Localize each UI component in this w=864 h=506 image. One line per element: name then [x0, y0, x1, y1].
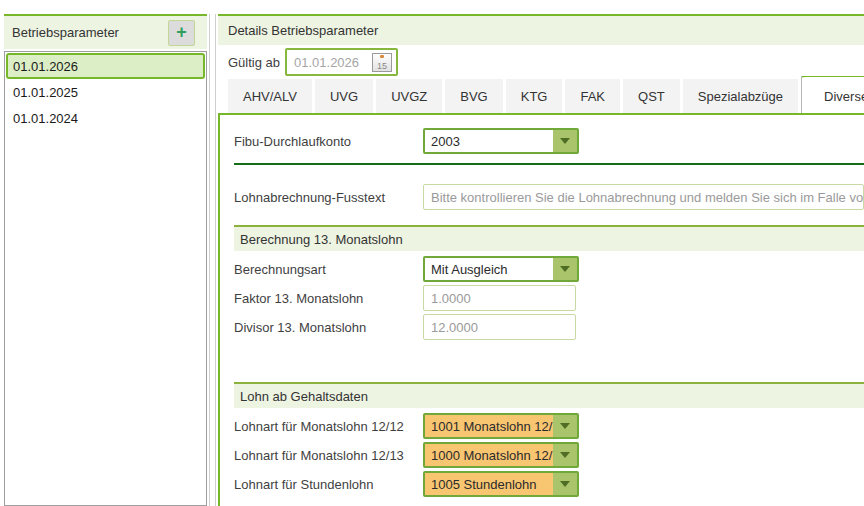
- lohnart-1213-label: Lohnart für Monatslohn 12/13: [234, 448, 423, 463]
- tab-content-diverse: Fibu-Durchlaufkonto 2003 Lohnabrechnung-…: [218, 115, 864, 506]
- divisor-label: Divisor 13. Monatslohn: [234, 320, 423, 335]
- tab-ktg[interactable]: KTG: [506, 79, 563, 113]
- fibu-dropdown[interactable]: 2003: [423, 128, 579, 154]
- parameter-tabs: AHV/ALV UVG UVGZ BVG KTG FAK QST Spezial…: [218, 76, 864, 115]
- lohnart-1212-dropdown[interactable]: 1001 Monatslohn 12/12: [423, 413, 579, 439]
- fibu-row: Fibu-Durchlaufkonto 2003: [234, 128, 864, 154]
- lohnart-1212-row: Lohnart für Monatslohn 12/12 1001 Monats…: [234, 413, 864, 439]
- details-header: Details Betriebsparameter: [218, 16, 864, 45]
- calendar-icon-day: 15: [377, 61, 387, 71]
- faktor-label: Faktor 13. Monatslohn: [234, 291, 423, 306]
- sidebar-title: Betriebsparameter: [12, 25, 168, 40]
- section-header-13-monatslohn: Berechnung 13. Monatslohn: [234, 225, 864, 251]
- fibu-dropdown-button[interactable]: [553, 130, 577, 152]
- valid-from-value: 01.01.2026: [294, 55, 372, 70]
- lohnart-stundenlohn-dropdown[interactable]: 1005 Stundenlohn: [423, 471, 579, 497]
- add-parameter-button[interactable]: +: [168, 20, 195, 46]
- lohnart-1212-label: Lohnart für Monatslohn 12/12: [234, 419, 423, 434]
- berechnungsart-dropdown[interactable]: Mit Ausgleich: [423, 256, 579, 282]
- faktor-row: Faktor 13. Monatslohn 1.0000: [234, 285, 864, 311]
- valid-from-label: Gültig ab: [228, 55, 285, 70]
- lohnart-1213-value: 1000 Monatslohn 12/13: [425, 444, 553, 466]
- lohnart-stundenlohn-label: Lohnart für Stundenlohn: [234, 477, 423, 492]
- lohnart-1212-dropdown-button[interactable]: [553, 415, 577, 437]
- tab-spezialabzuege[interactable]: Spezialabzüge: [683, 79, 798, 113]
- tab-qst[interactable]: QST: [623, 79, 680, 113]
- berechnungsart-value: Mit Ausgleich: [425, 258, 553, 280]
- divisor-input[interactable]: 12.0000: [423, 314, 576, 340]
- sidebar-header: Betriebsparameter +: [4, 16, 207, 49]
- divisor-row: Divisor 13. Monatslohn 12.0000: [234, 314, 864, 340]
- chevron-down-icon: [560, 481, 570, 487]
- horizontal-divider: [234, 163, 864, 165]
- fibu-value: 2003: [425, 130, 553, 152]
- lohnart-1213-dropdown[interactable]: 1000 Monatslohn 12/13: [423, 442, 579, 468]
- details-title: Details Betriebsparameter: [228, 23, 378, 38]
- list-item-2026[interactable]: 01.01.2026: [6, 53, 205, 79]
- panel-splitter[interactable]: [209, 14, 216, 506]
- chevron-down-icon: [560, 138, 570, 144]
- parameter-date-list: 01.01.2026 01.01.2025 01.01.2024: [4, 51, 207, 506]
- valid-from-date-input[interactable]: 01.01.2026 15: [285, 48, 398, 76]
- section-title: Lohn ab Gehaltsdaten: [240, 389, 368, 404]
- calendar-icon-dot: [380, 55, 384, 58]
- fusstext-input[interactable]: Bitte kontrollieren Sie die Lohnabrechnu…: [423, 184, 864, 210]
- calendar-icon[interactable]: 15: [372, 53, 392, 72]
- chevron-down-icon: [560, 423, 570, 429]
- tab-ahv-alv[interactable]: AHV/ALV: [228, 79, 312, 113]
- lohnart-stundenlohn-row: Lohnart für Stundenlohn 1005 Stundenlohn: [234, 471, 864, 497]
- tab-uvg[interactable]: UVG: [315, 79, 373, 113]
- lohnart-1213-dropdown-button[interactable]: [553, 444, 577, 466]
- lohnart-1212-value: 1001 Monatslohn 12/12: [425, 415, 553, 437]
- fusstext-label: Lohnabrechnung-Fusstext: [234, 190, 423, 205]
- tab-bvg[interactable]: BVG: [445, 79, 502, 113]
- section-title: Berechnung 13. Monatslohn: [240, 232, 403, 247]
- lohnart-1213-row: Lohnart für Monatslohn 12/13 1000 Monats…: [234, 442, 864, 468]
- betriebsparameter-window: Betriebsparameter + 01.01.2026 01.01.202…: [0, 0, 864, 506]
- sidebar-betriebsparameter: Betriebsparameter + 01.01.2026 01.01.202…: [4, 14, 207, 506]
- tab-uvgz[interactable]: UVGZ: [376, 79, 442, 113]
- fibu-label: Fibu-Durchlaufkonto: [234, 134, 423, 149]
- berechnungsart-label: Berechnungsart: [234, 262, 423, 277]
- details-panel: Details Betriebsparameter Gültig ab 01.0…: [218, 14, 864, 506]
- lohnart-stundenlohn-dropdown-button[interactable]: [553, 473, 577, 495]
- lohnart-stundenlohn-value: 1005 Stundenlohn: [425, 473, 553, 495]
- chevron-down-icon: [560, 266, 570, 272]
- berechnungsart-row: Berechnungsart Mit Ausgleich: [234, 256, 864, 282]
- faktor-input[interactable]: 1.0000: [423, 285, 576, 311]
- list-item-2025[interactable]: 01.01.2025: [6, 79, 205, 105]
- list-item-2024[interactable]: 01.01.2024: [6, 105, 205, 131]
- chevron-down-icon: [560, 452, 570, 458]
- berechnungsart-dropdown-button[interactable]: [553, 258, 577, 280]
- valid-from-row: Gültig ab 01.01.2026 15: [228, 48, 864, 76]
- fusstext-row: Lohnabrechnung-Fusstext Bitte kontrollie…: [234, 184, 864, 210]
- tab-fak[interactable]: FAK: [565, 79, 620, 113]
- section-header-lohn-ab-gehaltsdaten: Lohn ab Gehaltsdaten: [234, 382, 864, 408]
- tab-diverse[interactable]: Diverse: [801, 76, 864, 115]
